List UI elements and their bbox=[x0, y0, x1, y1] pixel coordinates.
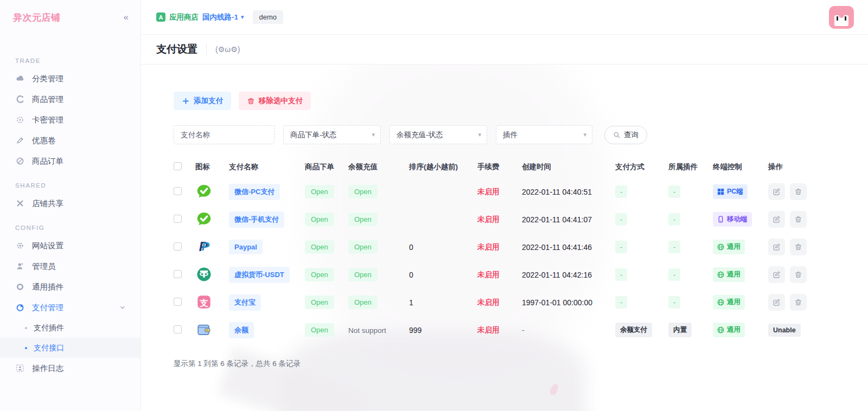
payments-table: 图标支付名称商品下单余额充值排序(越小越前)手续费创建时间支付方式所属插件终端控… bbox=[174, 156, 828, 344]
table-row: PPPaypalOpenOpen0未启用2022-01-11 04:41:46-… bbox=[174, 233, 828, 261]
sidebar-item-pay[interactable]: 支付管理 bbox=[0, 297, 141, 318]
column-header: 余额充值 bbox=[348, 156, 409, 178]
payment-name-link[interactable]: 余额 bbox=[229, 322, 254, 338]
share-icon bbox=[15, 198, 25, 208]
sidebar-subitem-pay-plugin[interactable]: 支付插件 bbox=[0, 318, 141, 338]
pay-icon bbox=[15, 303, 25, 312]
dash-pill: - bbox=[615, 241, 627, 253]
dash-pill: - bbox=[668, 213, 680, 226]
add-payment-label: 添加支付 bbox=[194, 96, 223, 106]
chevron-down-icon: ▾ bbox=[583, 131, 586, 138]
delete-button[interactable] bbox=[790, 266, 807, 283]
store-line-label: 国内线路-1 bbox=[202, 12, 238, 22]
petal-decoration bbox=[548, 382, 560, 396]
edit-button[interactable] bbox=[768, 211, 785, 228]
row-checkbox[interactable] bbox=[174, 215, 182, 223]
remove-selected-label: 移除选中支付 bbox=[259, 96, 303, 106]
order-status-pill: Open bbox=[305, 268, 334, 281]
created-time: 2022-01-11 04:42:16 bbox=[522, 271, 592, 279]
wechat-icon bbox=[195, 210, 213, 228]
title-divider bbox=[206, 43, 207, 55]
row-checkbox[interactable] bbox=[174, 187, 182, 195]
alipay-icon: 支 bbox=[195, 293, 213, 311]
topbar: A 应用商店 国内线路-1 ▾ demo bbox=[141, 0, 868, 35]
wechat-icon bbox=[195, 183, 213, 200]
status-pill: Open bbox=[348, 268, 378, 281]
row-checkbox[interactable] bbox=[174, 325, 182, 333]
chevron-down-icon: ▾ bbox=[241, 14, 244, 21]
gray-pill: 余额支付 bbox=[615, 323, 652, 337]
dash-pill: - bbox=[615, 185, 627, 198]
trash-icon bbox=[247, 97, 255, 105]
payment-name-input[interactable] bbox=[174, 125, 275, 144]
bullet-dot-icon bbox=[25, 347, 27, 349]
created-time: 1997-01-01 00:00:00 bbox=[522, 298, 592, 307]
search-button-label: 查询 bbox=[624, 130, 639, 140]
sidebar-subitem-label: 支付插件 bbox=[34, 323, 64, 333]
filter-bar: 商品下单-状态 ▾ 余额充值-状态 ▾ 插件 ▾ 查询 bbox=[174, 125, 846, 144]
store-switcher[interactable]: A 应用商店 国内线路-1 ▾ bbox=[156, 12, 244, 22]
sidebar-item-card[interactable]: 卡密管理 bbox=[0, 110, 141, 130]
search-button[interactable]: 查询 bbox=[604, 126, 647, 144]
header-checkbox-cell bbox=[174, 156, 195, 178]
sidebar-item-goods[interactable]: 商品管理 bbox=[0, 89, 141, 110]
sidebar-item-admin[interactable]: 管理员 bbox=[0, 256, 141, 277]
section-label: SHARED bbox=[15, 182, 141, 189]
user-avatar[interactable] bbox=[829, 6, 854, 29]
category-icon bbox=[15, 74, 25, 84]
column-header: 所属插件 bbox=[668, 156, 713, 178]
chevron-down-icon bbox=[119, 304, 126, 311]
add-payment-button[interactable]: 添加支付 bbox=[174, 92, 231, 110]
row-checkbox[interactable] bbox=[174, 270, 182, 278]
payment-name-link[interactable]: 微信-PC支付 bbox=[229, 184, 280, 200]
edit-button[interactable] bbox=[768, 266, 785, 283]
payment-name-link[interactable]: 微信-手机支付 bbox=[229, 211, 284, 228]
status-pill: Open bbox=[348, 213, 378, 226]
terminal-badge: 通用 bbox=[713, 267, 745, 282]
order-status-pill: Open bbox=[305, 213, 334, 226]
edit-button[interactable] bbox=[768, 183, 785, 200]
sidebar-item-label: 卡密管理 bbox=[32, 115, 63, 125]
delete-button[interactable] bbox=[790, 183, 807, 200]
payment-name-link[interactable]: 虚拟货币-USDT bbox=[229, 267, 290, 283]
column-header: 创建时间 bbox=[522, 156, 615, 178]
sidebar-item-order[interactable]: 商品订单 bbox=[0, 151, 141, 171]
order-status-select[interactable]: 商品下单-状态 ▾ bbox=[283, 125, 381, 144]
remove-selected-button[interactable]: 移除选中支付 bbox=[239, 92, 311, 110]
delete-button[interactable] bbox=[790, 294, 807, 311]
sidebar-item-label: 商品管理 bbox=[32, 94, 63, 105]
sidebar-item-plugin[interactable]: 通用插件 bbox=[0, 277, 141, 297]
sidebar-item-category[interactable]: 分类管理 bbox=[0, 68, 141, 89]
sidebar-collapse-icon[interactable]: « bbox=[124, 12, 129, 23]
dash-pill: - bbox=[615, 213, 627, 226]
card-icon bbox=[15, 115, 25, 125]
sidebar-item-share[interactable]: 店铺共享 bbox=[0, 193, 141, 214]
select-all-checkbox[interactable] bbox=[174, 162, 182, 170]
column-header: 排序(越小越前) bbox=[409, 156, 477, 178]
payment-name-link[interactable]: 支付宝 bbox=[229, 294, 261, 311]
delete-button[interactable] bbox=[790, 239, 807, 255]
column-header: 商品下单 bbox=[305, 156, 348, 178]
plugin-select[interactable]: 插件 ▾ bbox=[496, 125, 592, 144]
recharge-status-select[interactable]: 余额充值-状态 ▾ bbox=[390, 125, 487, 144]
status-pill: Open bbox=[348, 185, 378, 198]
sidebar-header: 异次元店铺 « bbox=[0, 0, 141, 35]
sidebar-item-site[interactable]: 网站设置 bbox=[0, 235, 141, 256]
payment-name-link[interactable]: Paypal bbox=[229, 240, 263, 254]
sidebar-item-label: 网站设置 bbox=[32, 241, 63, 251]
store-app-label: 应用商店 bbox=[169, 12, 199, 22]
order-status-pill: Open bbox=[305, 185, 334, 198]
column-header: 支付方式 bbox=[615, 156, 668, 178]
delete-button[interactable] bbox=[790, 211, 807, 228]
sidebar-subitem-pay-api[interactable]: 支付接口 bbox=[0, 338, 141, 358]
table-row: 余额OpenNot support999未启用-余额支付内置通用Unable bbox=[174, 316, 828, 344]
sidebar-item-coupon[interactable]: 优惠卷 bbox=[0, 130, 141, 151]
fee-status: 未启用 bbox=[477, 243, 500, 251]
row-checkbox[interactable] bbox=[174, 298, 182, 306]
edit-button[interactable] bbox=[768, 294, 785, 311]
sidebar-item-label: 支付管理 bbox=[32, 303, 63, 313]
row-checkbox[interactable] bbox=[174, 242, 182, 251]
edit-button[interactable] bbox=[768, 239, 785, 255]
plugin-icon bbox=[15, 282, 25, 292]
sidebar-item-log[interactable]: 操作日志 bbox=[0, 358, 141, 378]
